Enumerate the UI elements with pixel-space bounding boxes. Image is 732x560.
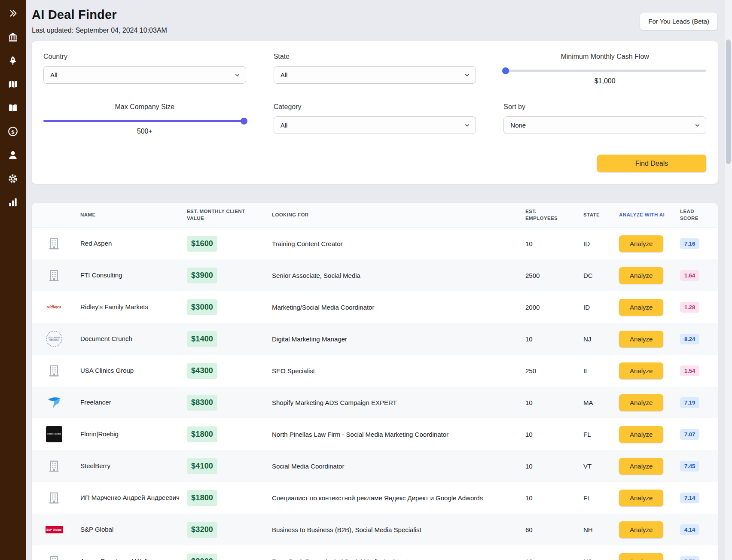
analyze-button[interactable]: Analyze (619, 299, 663, 316)
company-state: FL (583, 431, 591, 438)
company-logo: S&P Global (46, 521, 63, 538)
table-row: S&P Global S&P Global $3200 Business to … (32, 514, 718, 545)
looking-for: Marketing/Social Media Coordinator (272, 304, 374, 311)
find-deals-button[interactable]: Find Deals (597, 155, 706, 172)
table-row: Freelancer $8300 Shopify Marketing ADS C… (32, 387, 718, 418)
lead-score-badge: 7.45 (680, 461, 699, 472)
column-header-value: EST. MONTHLY CLIENT VALUE (187, 208, 251, 222)
company-logo (46, 394, 63, 411)
scrollbar-track[interactable] (725, 0, 732, 560)
sidebar: $ (0, 0, 26, 560)
company-name: USA Clinics Group (80, 367, 134, 374)
table-row: ИП Марченко Андрей Андреевич $1800 Специ… (32, 482, 718, 514)
dollar-icon[interactable]: $ (7, 126, 18, 137)
employees-count: 10 (525, 335, 533, 343)
company-size-slider-thumb[interactable] (241, 118, 247, 125)
company-name: ИП Марченко Андрей Андреевич (80, 494, 180, 501)
analyze-button[interactable]: Analyze (619, 362, 663, 379)
scrollbar-thumb[interactable] (726, 40, 731, 164)
sort-select[interactable]: None (503, 116, 706, 134)
for-you-leads-button[interactable]: For You Leads (Beta) (640, 12, 718, 30)
state-select[interactable]: All (274, 66, 476, 84)
building-icon (47, 554, 61, 560)
book-icon[interactable] (7, 102, 18, 113)
cash-flow-slider-thumb[interactable] (502, 67, 509, 74)
company-name: Freelancer (80, 399, 111, 406)
looking-for: Business to Business (B2B), Social Media… (272, 526, 421, 533)
employees-count: 10 (525, 399, 533, 406)
column-header-lead-score: LEAD SCORE (680, 208, 702, 222)
svg-text:$: $ (11, 129, 15, 135)
table-row: SteelBerry $4100 Social Media Coordinato… (32, 450, 718, 482)
page-header: AI Deal Finder Last updated: September 0… (32, 8, 718, 34)
map-icon[interactable] (7, 79, 18, 90)
company-logo (46, 457, 63, 475)
lead-score-badge: 1.54 (680, 365, 699, 376)
category-filter: Category All (274, 103, 476, 135)
analyze-button[interactable]: Analyze (619, 267, 663, 284)
country-select[interactable]: All (43, 66, 246, 84)
gear-icon[interactable] (7, 173, 18, 184)
company-size-slider[interactable] (43, 120, 246, 122)
main-content: AI Deal Finder Last updated: September 0… (26, 0, 732, 560)
company-state: NJ (583, 335, 591, 343)
looking-for: Shopify Marketing ADS Campaign EXPERT (272, 399, 397, 406)
lead-score-badge: 7.16 (680, 238, 699, 249)
company-name: FTI Consulting (80, 271, 122, 279)
lead-score-badge: 8.24 (680, 334, 699, 344)
company-name: Ridley's Family Markets (80, 303, 148, 310)
company-state: VT (583, 463, 592, 470)
table-row: Red Aspen $1600 Training Content Creator… (32, 228, 718, 259)
company-state: ID (583, 240, 590, 247)
employees-count: 60 (525, 526, 533, 533)
bar-chart-icon[interactable] (7, 197, 18, 208)
user-icon[interactable] (7, 149, 18, 161)
table-row: DOCUMENT CRUNCH Document Crunch $1400 Di… (32, 323, 718, 355)
looking-for: Digital Marketing Manager (272, 335, 347, 343)
looking-for: Training Content Creator (272, 240, 343, 247)
category-select-value: All (281, 122, 288, 129)
table-row: FTI Consulting $3900 Senior Associate, S… (32, 259, 718, 291)
monthly-client-value: $8300 (187, 395, 217, 411)
column-header-analyze: ANALYZE WITH AI (619, 212, 665, 219)
monthly-client-value: $3900 (187, 268, 217, 283)
employees-count: 10 (525, 558, 533, 560)
building-icon[interactable] (7, 31, 18, 43)
analyze-button[interactable]: Analyze (619, 490, 663, 506)
table-row: Ridley's Ridley's Family Markets $3000 M… (32, 291, 718, 323)
analyze-button[interactable]: Analyze (619, 331, 663, 347)
monthly-client-value: $1800 (187, 490, 217, 506)
employees-count: 10 (525, 431, 533, 438)
analyze-button[interactable]: Analyze (619, 394, 663, 411)
country-filter: Country All (43, 53, 246, 85)
rocket-icon[interactable] (7, 55, 18, 66)
looking-for: Front Desk Receptionist/ Social Media As… (272, 558, 409, 560)
lead-score-badge: 1.28 (680, 302, 699, 313)
looking-for: Специалист по контекстной рекламе Яндекс… (272, 494, 483, 502)
monthly-client-value: $3200 (187, 522, 217, 538)
company-state: DC (583, 272, 593, 279)
analyze-button[interactable]: Analyze (619, 235, 663, 252)
monthly-client-value: $3000 (187, 299, 217, 315)
building-icon (47, 268, 61, 283)
analyze-button[interactable]: Analyze (619, 553, 663, 560)
monthly-client-value: $4300 (187, 363, 217, 379)
employees-count: 10 (525, 240, 533, 247)
company-logo (46, 553, 63, 560)
sort-select-value: None (510, 122, 526, 129)
company-state: ID (583, 304, 590, 311)
employees-count: 2500 (525, 272, 540, 279)
company-logo: DOCUMENT CRUNCH (46, 330, 63, 347)
column-header-looking-for: LOOKING FOR (272, 212, 309, 219)
analyze-button[interactable]: Analyze (619, 426, 663, 443)
results-table: NAME EST. MONTHLY CLIENT VALUE LOOKING F… (32, 203, 718, 560)
table-header: NAME EST. MONTHLY CLIENT VALUE LOOKING F… (32, 203, 718, 228)
analyze-button[interactable]: Analyze (619, 521, 663, 538)
company-state: NJ (583, 558, 591, 560)
category-select[interactable]: All (274, 116, 476, 134)
analyze-button[interactable]: Analyze (619, 458, 663, 475)
cash-flow-slider[interactable] (503, 70, 706, 72)
monthly-client-value: $1400 (187, 331, 217, 347)
column-header-name: NAME (80, 212, 95, 219)
sidebar-expand-icon[interactable] (7, 8, 18, 19)
